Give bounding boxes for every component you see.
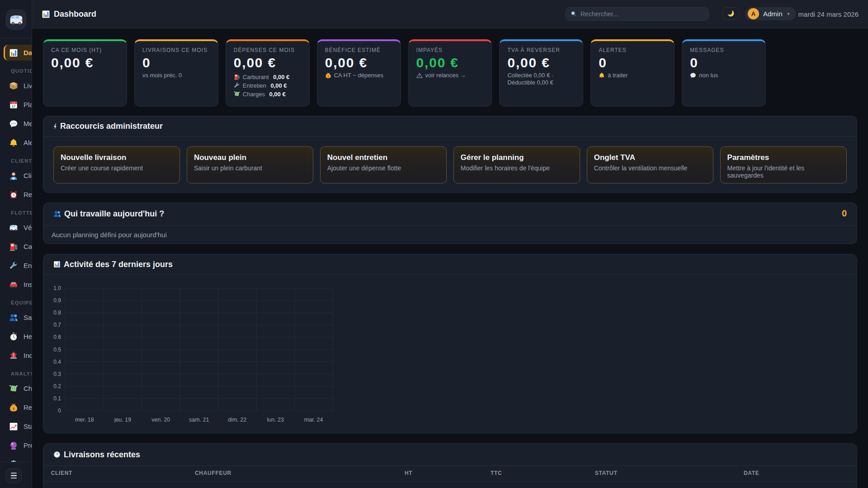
svg-text:0: 0 [58,408,61,414]
svg-text:July: July [12,102,15,104]
svg-text:0.9: 0.9 [53,297,61,304]
svg-text:$: $ [13,407,15,411]
svg-text:0.7: 0.7 [53,322,61,328]
svg-text:1.0: 1.0 [53,285,61,291]
svg-text:17: 17 [12,104,15,108]
svg-text:0.6: 0.6 [53,334,61,340]
svg-text:0.5: 0.5 [53,347,61,353]
svg-text:sam. 21: sam. 21 [189,417,209,423]
svg-text:mer. 18: mer. 18 [75,417,94,423]
svg-text:0.1: 0.1 [53,395,61,402]
svg-text:ven. 20: ven. 20 [151,417,170,423]
svg-text:0.2: 0.2 [53,383,61,389]
svg-text:0.4: 0.4 [53,359,61,365]
svg-text:lun. 23: lun. 23 [267,417,284,423]
svg-text:0.3: 0.3 [53,371,61,377]
svg-text:mar. 24: mar. 24 [304,417,323,423]
svg-text:dim. 22: dim. 22 [228,417,246,423]
svg-text:0.8: 0.8 [53,310,61,316]
svg-text:jeu. 19: jeu. 19 [114,417,132,423]
svg-text:$: $ [327,75,329,77]
